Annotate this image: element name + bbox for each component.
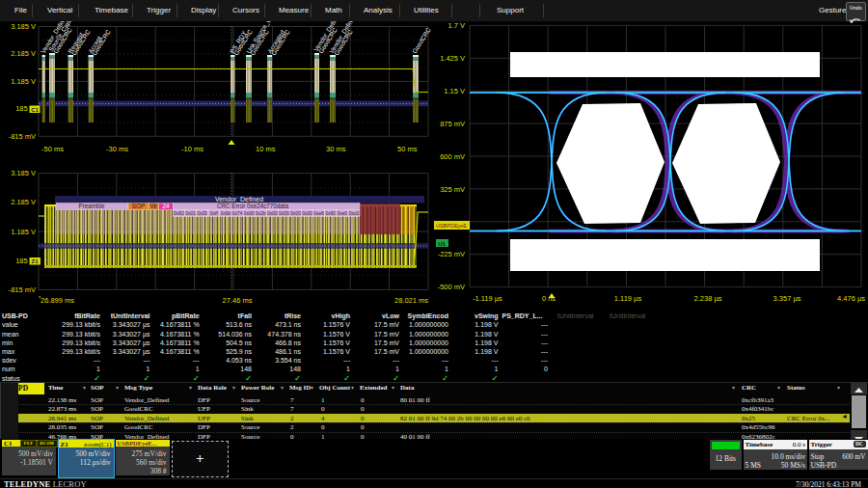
svg-text:-815 mV: -815 mV: [9, 285, 36, 294]
svg-text:2.238 µs: 2.238 µs: [694, 294, 722, 303]
svg-text:C1: C1: [31, 107, 39, 113]
svg-text:0xe0: 0xe0: [337, 210, 347, 216]
svg-text:3.185 V: 3.185 V: [11, 169, 36, 177]
svg-text:0x00: 0x00: [244, 210, 255, 216]
svg-text:CRC Error 0xe24c770data: CRC Error 0xe24c770data: [217, 203, 289, 209]
svg-text:3.185 V: 3.185 V: [11, 22, 36, 31]
svg-text:600 mV: 600 mV: [440, 152, 465, 161]
svg-text:0x82: 0x82: [174, 210, 184, 216]
svg-text:-30 ms: -30 ms: [106, 145, 128, 153]
svg-text:-10 ms: -10 ms: [181, 145, 203, 153]
svg-text:SOP: SOP: [132, 203, 145, 209]
svg-text:0x00: 0x00: [302, 210, 312, 216]
svg-text:-500 mV: -500 mV: [438, 283, 465, 291]
svg-text:0x2b: 0x2b: [256, 210, 266, 216]
svg-text:1.425 V: 1.425 V: [440, 54, 465, 63]
svg-text:0x00: 0x00: [290, 210, 301, 216]
svg-text:50 ms: 50 ms: [397, 145, 418, 153]
svg-text:1.185 V: 1.185 V: [11, 228, 36, 236]
svg-text:1.15 V: 1.15 V: [444, 87, 465, 95]
svg-text:0x74: 0x74: [232, 210, 243, 216]
svg-text:325 mV: 325 mV: [440, 185, 465, 194]
svg-text:Z1: Z1: [31, 258, 39, 264]
svg-text:-225 mV: -225 mV: [438, 250, 465, 258]
svg-text:USBPDEyeE: USBPDEyeE: [436, 223, 467, 229]
svg-text:0x9d: 0x9d: [220, 210, 231, 216]
svg-text:4.476 µs: 4.476 µs: [837, 294, 865, 303]
svg-text:2.185 V: 2.185 V: [11, 198, 36, 206]
svg-text:3.357 µs: 3.357 µs: [773, 294, 801, 303]
svg-text:24: 24: [162, 203, 170, 209]
svg-text:0xff: 0xff: [210, 210, 219, 216]
svg-text:-815 mV: -815 mV: [9, 132, 36, 141]
svg-text:1.119 µs: 1.119 µs: [614, 294, 642, 303]
svg-text:1.7 V: 1.7 V: [448, 21, 465, 30]
svg-text:0x00: 0x00: [197, 210, 207, 216]
svg-text:0 ns: 0 ns: [542, 294, 556, 303]
svg-text:28.021 ms: 28.021 ms: [394, 296, 428, 305]
svg-text:-1.119 µs: -1.119 µs: [473, 294, 502, 303]
svg-text:26.899 ms: 26.899 ms: [41, 296, 74, 305]
svg-text:0x00: 0x00: [279, 210, 289, 216]
svg-text:Preamble: Preamble: [79, 203, 105, 209]
svg-text:30 ms: 30 ms: [326, 145, 346, 153]
svg-text:-50 ms: -50 ms: [41, 145, 64, 153]
svg-text:875 mV: 875 mV: [440, 120, 465, 128]
svg-text:1.185 V: 1.185 V: [11, 77, 36, 86]
svg-text:2.185 V: 2.185 V: [11, 49, 36, 58]
svg-text:0x01: 0x01: [185, 210, 196, 216]
svg-text:0x00: 0x00: [267, 210, 278, 216]
svg-text:Ve: Ve: [149, 203, 157, 209]
svg-text:10 ms: 10 ms: [256, 145, 276, 153]
svg-text:0x60: 0x60: [325, 210, 336, 216]
svg-text:0xe6: 0xe6: [313, 210, 324, 216]
svg-text:0xc0: 0xc0: [349, 210, 360, 216]
svg-text:27.46 ms: 27.46 ms: [223, 296, 253, 305]
